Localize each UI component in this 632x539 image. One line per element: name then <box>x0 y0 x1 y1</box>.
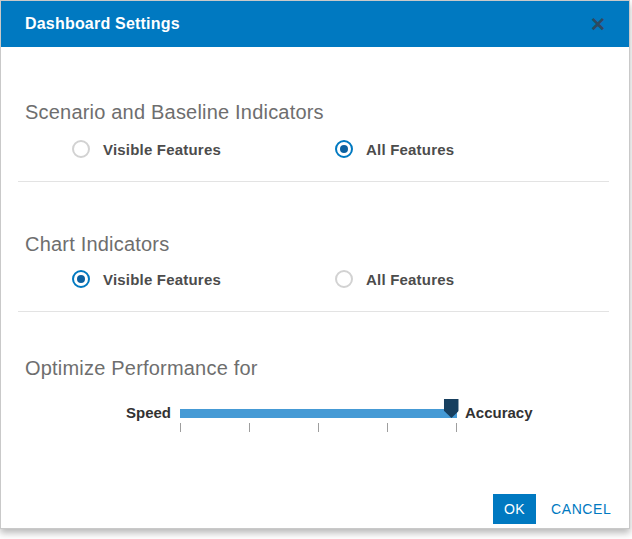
ok-button[interactable]: OK <box>493 494 536 524</box>
slider-max-label: Accuracy <box>465 404 533 421</box>
dialog-header: Dashboard Settings ✕ <box>1 1 629 47</box>
slider-tick <box>180 423 181 432</box>
radio-option-scenario-visible-features[interactable]: Visible Features <box>72 140 221 158</box>
close-icon[interactable]: ✕ <box>584 11 612 38</box>
slider-handle[interactable] <box>444 399 459 418</box>
divider <box>18 311 609 312</box>
slider-tick <box>249 423 250 432</box>
divider <box>18 181 609 182</box>
dialog-title: Dashboard Settings <box>25 15 180 33</box>
radio-button[interactable] <box>335 270 353 288</box>
slider-min-label: Speed <box>61 404 171 421</box>
section-title-scenario-baseline: Scenario and Baseline Indicators <box>25 101 324 124</box>
radio-button[interactable] <box>335 140 353 158</box>
radio-label[interactable]: All Features <box>366 271 454 288</box>
radio-option-chart-visible-features[interactable]: Visible Features <box>72 270 221 288</box>
radio-option-scenario-all-features[interactable]: All Features <box>335 140 454 158</box>
cancel-button[interactable]: CANCEL <box>551 501 611 517</box>
dashboard-settings-dialog: Dashboard Settings ✕ Scenario and Baseli… <box>0 0 630 529</box>
radio-option-chart-all-features[interactable]: All Features <box>335 270 454 288</box>
radio-button[interactable] <box>72 270 90 288</box>
radio-label[interactable]: Visible Features <box>103 271 221 288</box>
slider-ticks <box>180 423 457 432</box>
radio-label[interactable]: All Features <box>366 141 454 158</box>
slider-track[interactable] <box>180 409 457 418</box>
radio-button[interactable] <box>72 140 90 158</box>
slider-tick <box>387 423 388 432</box>
radio-label[interactable]: Visible Features <box>103 141 221 158</box>
slider-tick <box>456 423 457 432</box>
section-title-chart-indicators: Chart Indicators <box>25 233 169 256</box>
slider-tick <box>318 423 319 432</box>
section-title-optimize-performance: Optimize Performance for <box>25 357 258 380</box>
